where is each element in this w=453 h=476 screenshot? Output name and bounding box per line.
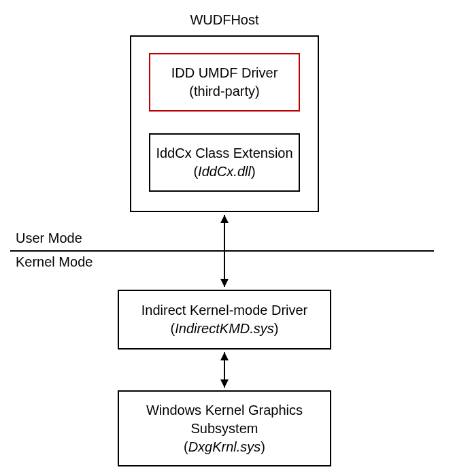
graphics-subsystem-line3: (DxgKrnl.sys) [184, 438, 265, 456]
indirect-kmd-line2: (IndirectKMD.sys) [171, 320, 279, 338]
graphics-subsystem-line2: Subsystem [191, 420, 258, 438]
kernel-mode-label: Kernel Mode [16, 254, 93, 270]
indirect-kmd-box: Indirect Kernel-mode Driver (IndirectKMD… [118, 290, 331, 350]
user-mode-label: User Mode [16, 231, 82, 246]
graphics-subsystem-box: Windows Kernel Graphics Subsystem (DxgKr… [118, 390, 331, 466]
iddcx-extension-line1: IddCx Class Extension [156, 144, 292, 163]
idd-umdf-driver-line1: IDD UMDF Driver [171, 64, 278, 82]
idd-umdf-driver-box: IDD UMDF Driver (third-party) [149, 53, 300, 112]
iddcx-extension-line2: (IddCx.dll) [193, 163, 255, 181]
iddcx-extension-box: IddCx Class Extension (IddCx.dll) [149, 133, 300, 192]
idd-umdf-driver-line2: (third-party) [189, 82, 259, 101]
wudfhost-title: WUDFHost [129, 12, 320, 28]
indirect-kmd-line1: Indirect Kernel-mode Driver [141, 301, 308, 320]
graphics-subsystem-line1: Windows Kernel Graphics [146, 401, 303, 420]
